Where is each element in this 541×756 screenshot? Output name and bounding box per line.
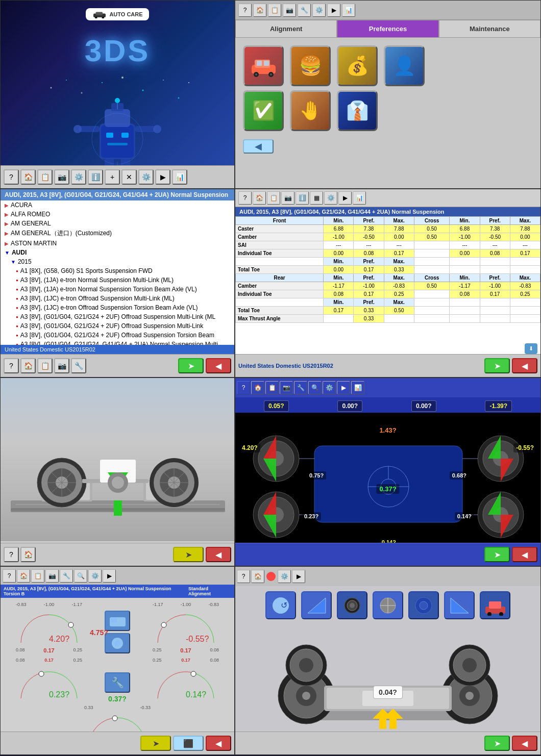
model-a3-jc-vl[interactable]: ● A3 [8V], (1JC) e-tron Offroad Suspensi… [1,303,234,312]
make-am-custom[interactable]: ▶ AM GENERAL（进口）(Customized) [1,228,234,239]
home-btn[interactable]: 🏠 [20,169,36,185]
at-home[interactable]: 🏠 [253,191,266,205]
download-btn[interactable]: ⬇ [525,343,537,354]
pref-icon-hand[interactable]: 🤚 [290,90,331,131]
w-home[interactable]: 🏠 [20,547,36,562]
add-btn[interactable]: + [105,169,120,185]
pref-icon-car[interactable] [243,45,284,86]
model-a3-ja-vl[interactable]: ● A3 [8V], (1JA) e-tron Normal Suspensio… [1,285,234,294]
wi-gear[interactable]: ⚙️ [278,570,291,583]
tab-preferences[interactable]: Preferences [337,20,438,38]
sc-wrench[interactable]: 🔧 [60,569,73,583]
cam-icon2[interactable] [105,633,130,653]
model-a3-g01-off[interactable]: ● A3 [8V], (G01/G04, G21/G24 + 2UF) Offr… [1,321,234,331]
pref-icon-person[interactable]: 👤 [384,45,425,86]
g-cam[interactable]: 📷 [280,381,293,394]
at-nav-back[interactable]: ◀ [512,358,537,373]
wi-action1[interactable]: ↺ [265,591,296,619]
g-chart[interactable]: 📊 [351,381,364,394]
w-help[interactable]: ? [4,547,19,562]
pref-icon-suit[interactable]: 👔 [337,90,378,131]
at-doc[interactable]: 📋 [267,191,280,205]
prefs-home[interactable]: 🏠 [253,4,266,17]
fwd-btn[interactable]: ▶ [155,169,170,185]
g-zoom[interactable]: 🔍 [308,381,322,394]
sc-gear[interactable]: ⚙️ [88,569,102,583]
help-btn[interactable]: ? [4,169,19,185]
v-home[interactable]: 🏠 [20,358,36,373]
wi-home[interactable]: 🏠 [251,570,264,583]
v-wrench[interactable]: 🔧 [71,358,86,373]
gear-btn[interactable]: ⚙️ [138,169,154,185]
model-a3-g01-torsion[interactable]: ● A3 [8V], (G01/G04, G21/G24 + 2UF) Offr… [1,331,234,340]
g-doc[interactable]: 📋 [265,381,279,394]
make-aston[interactable]: ▶ ASTON MARTIN [1,239,234,248]
settings-btn[interactable]: ⚙️ [71,169,86,185]
g-nav-back[interactable]: ◀ [512,547,537,562]
wi-nav-back[interactable]: ◀ [512,736,537,751]
model-a1[interactable]: ● A1 [8X], (G58, G60) S1 Sports Suspensi… [1,266,234,275]
year-2015[interactable]: ▼ 2015 [1,257,234,266]
cam-icon1[interactable] [105,611,130,631]
at-chart[interactable]: 📊 [353,191,366,205]
at-cam[interactable]: 📷 [281,191,294,205]
v-cam[interactable]: 📷 [54,358,69,373]
v-help[interactable]: ? [4,358,19,373]
close-btn[interactable]: ✕ [121,169,137,185]
sc-nav-back[interactable]: ◀ [206,736,231,751]
sc-nav-blue[interactable]: ⬛ [173,736,204,751]
at-info[interactable]: ℹ️ [296,191,309,205]
wi-action4[interactable] [373,591,403,619]
prefs-chart[interactable]: 📊 [342,4,355,17]
wi-nav-fwd[interactable]: ➤ [484,736,510,751]
chart-btn[interactable]: 📊 [172,169,187,185]
pref-icon-check[interactable]: ✅ [243,90,284,131]
prefs-doc[interactable]: 📋 [268,4,281,17]
at-grid[interactable]: ▦ [310,191,323,205]
make-acura[interactable]: ▶ ACURA [1,200,234,210]
prefs-help[interactable]: ? [238,4,252,17]
pref-icon-food[interactable]: 🍔 [290,45,331,86]
model-a3-ja-ml[interactable]: ● A3 [8V], (1JA) e-tron Normal Suspensio… [1,275,234,285]
g-home[interactable]: 🏠 [251,381,264,394]
tab-alignment[interactable]: Alignment [235,20,337,38]
at-help[interactable]: ? [238,191,252,205]
camera-btn[interactable]: 📷 [54,169,69,185]
wi-action7[interactable] [480,591,510,619]
wi-action3[interactable] [337,591,367,619]
sc-doc[interactable]: 📋 [31,569,44,583]
wi-action2[interactable] [301,591,332,619]
prefs-cam[interactable]: 📷 [283,4,296,17]
model-a3-g01-ml[interactable]: ● A3 [8V], (G01/G04, G21/G24 + 2UF) Offr… [1,312,234,321]
nav-forward[interactable]: ➤ [178,358,204,373]
w-nav-yellow[interactable]: ➤ [173,547,204,562]
model-a3-jc-ml[interactable]: ● A3 [8V], (1JC) e-tron Offroad Suspensi… [1,294,234,303]
make-audi[interactable]: ▼ AUDI [1,248,234,257]
info-btn[interactable]: ℹ️ [88,169,103,185]
g-help[interactable]: ? [237,381,250,394]
g-nav-fwd[interactable]: ➤ [484,547,510,562]
prefs-settings[interactable]: ⚙️ [312,4,326,17]
sc-cam[interactable]: 📷 [45,569,59,583]
toe-icon1[interactable]: 🔧 [105,672,130,693]
prefs-small-action-btn[interactable]: ◀ [243,139,274,154]
g-gear[interactable]: ⚙️ [323,381,336,394]
at-gear[interactable]: ⚙️ [324,191,337,205]
wi-help[interactable]: ? [237,570,250,583]
prefs-wrench[interactable]: 🔧 [298,4,311,17]
doc-btn[interactable]: 📋 [37,169,53,185]
v-doc[interactable]: 📋 [37,358,53,373]
prefs-fwd[interactable]: ▶ [327,4,340,17]
tab-maintenance[interactable]: Maintenance [439,20,540,38]
wi-fwd[interactable]: ▶ [292,570,305,583]
g-wrench[interactable]: 🔧 [294,381,307,394]
at-nav-fwd[interactable]: ➤ [484,358,510,373]
sc-home[interactable]: 🏠 [17,569,30,583]
sc-nav-yellow[interactable]: ➤ [140,736,171,751]
at-fwd[interactable]: ▶ [338,191,352,205]
make-am[interactable]: ▶ AM GENERAL [1,219,234,228]
nav-back[interactable]: ◀ [206,358,231,373]
wi-action6[interactable] [444,591,475,619]
g-fwd[interactable]: ▶ [337,381,350,394]
wi-action5[interactable] [408,591,439,619]
